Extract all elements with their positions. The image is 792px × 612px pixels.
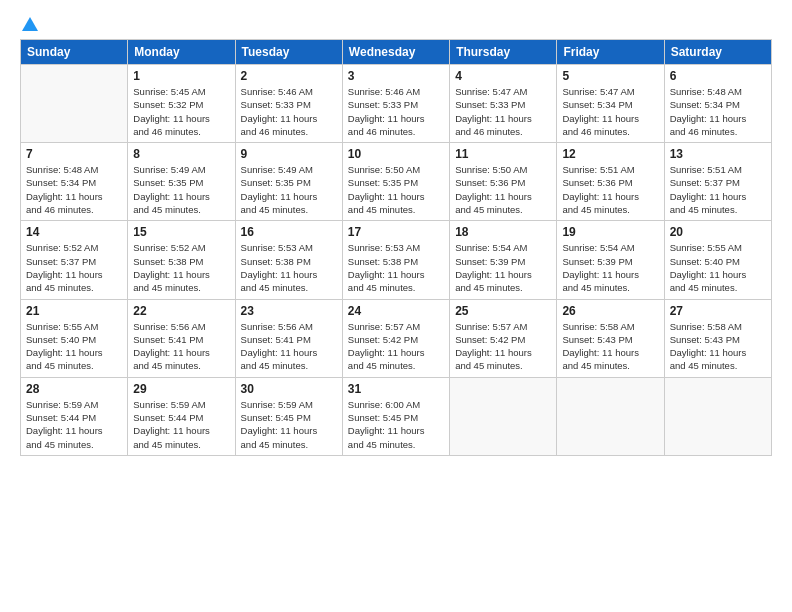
weekday-header-friday: Friday	[557, 40, 664, 65]
day-info: Sunrise: 5:52 AM Sunset: 5:38 PM Dayligh…	[133, 241, 229, 294]
day-info: Sunrise: 5:50 AM Sunset: 5:36 PM Dayligh…	[455, 163, 551, 216]
week-row-4: 21Sunrise: 5:55 AM Sunset: 5:40 PM Dayli…	[21, 299, 772, 377]
day-info: Sunrise: 5:52 AM Sunset: 5:37 PM Dayligh…	[26, 241, 122, 294]
day-number: 10	[348, 147, 444, 161]
calendar-cell: 11Sunrise: 5:50 AM Sunset: 5:36 PM Dayli…	[450, 143, 557, 221]
weekday-header-thursday: Thursday	[450, 40, 557, 65]
week-row-1: 1Sunrise: 5:45 AM Sunset: 5:32 PM Daylig…	[21, 65, 772, 143]
calendar-cell: 28Sunrise: 5:59 AM Sunset: 5:44 PM Dayli…	[21, 377, 128, 455]
day-number: 11	[455, 147, 551, 161]
week-row-3: 14Sunrise: 5:52 AM Sunset: 5:37 PM Dayli…	[21, 221, 772, 299]
day-number: 31	[348, 382, 444, 396]
header	[20, 15, 772, 29]
calendar-cell: 10Sunrise: 5:50 AM Sunset: 5:35 PM Dayli…	[342, 143, 449, 221]
day-number: 22	[133, 304, 229, 318]
day-number: 25	[455, 304, 551, 318]
page: SundayMondayTuesdayWednesdayThursdayFrid…	[0, 0, 792, 612]
calendar-cell	[664, 377, 771, 455]
day-number: 29	[133, 382, 229, 396]
calendar-cell: 31Sunrise: 6:00 AM Sunset: 5:45 PM Dayli…	[342, 377, 449, 455]
weekday-header-tuesday: Tuesday	[235, 40, 342, 65]
day-number: 13	[670, 147, 766, 161]
day-info: Sunrise: 5:59 AM Sunset: 5:44 PM Dayligh…	[26, 398, 122, 451]
day-number: 17	[348, 225, 444, 239]
calendar-cell: 26Sunrise: 5:58 AM Sunset: 5:43 PM Dayli…	[557, 299, 664, 377]
calendar-cell: 12Sunrise: 5:51 AM Sunset: 5:36 PM Dayli…	[557, 143, 664, 221]
day-info: Sunrise: 5:54 AM Sunset: 5:39 PM Dayligh…	[455, 241, 551, 294]
calendar-cell: 27Sunrise: 5:58 AM Sunset: 5:43 PM Dayli…	[664, 299, 771, 377]
calendar-cell: 16Sunrise: 5:53 AM Sunset: 5:38 PM Dayli…	[235, 221, 342, 299]
svg-marker-0	[22, 17, 38, 31]
day-number: 20	[670, 225, 766, 239]
calendar-cell: 7Sunrise: 5:48 AM Sunset: 5:34 PM Daylig…	[21, 143, 128, 221]
calendar-cell	[450, 377, 557, 455]
day-number: 5	[562, 69, 658, 83]
calendar-cell: 29Sunrise: 5:59 AM Sunset: 5:44 PM Dayli…	[128, 377, 235, 455]
day-info: Sunrise: 5:59 AM Sunset: 5:45 PM Dayligh…	[241, 398, 337, 451]
weekday-header-monday: Monday	[128, 40, 235, 65]
day-number: 19	[562, 225, 658, 239]
calendar-cell: 3Sunrise: 5:46 AM Sunset: 5:33 PM Daylig…	[342, 65, 449, 143]
calendar-cell: 21Sunrise: 5:55 AM Sunset: 5:40 PM Dayli…	[21, 299, 128, 377]
weekday-header-row: SundayMondayTuesdayWednesdayThursdayFrid…	[21, 40, 772, 65]
day-info: Sunrise: 5:56 AM Sunset: 5:41 PM Dayligh…	[241, 320, 337, 373]
calendar-cell: 9Sunrise: 5:49 AM Sunset: 5:35 PM Daylig…	[235, 143, 342, 221]
calendar-cell: 20Sunrise: 5:55 AM Sunset: 5:40 PM Dayli…	[664, 221, 771, 299]
day-number: 26	[562, 304, 658, 318]
day-info: Sunrise: 5:51 AM Sunset: 5:37 PM Dayligh…	[670, 163, 766, 216]
day-number: 28	[26, 382, 122, 396]
day-number: 18	[455, 225, 551, 239]
calendar-cell: 22Sunrise: 5:56 AM Sunset: 5:41 PM Dayli…	[128, 299, 235, 377]
weekday-header-saturday: Saturday	[664, 40, 771, 65]
day-number: 21	[26, 304, 122, 318]
day-info: Sunrise: 5:47 AM Sunset: 5:33 PM Dayligh…	[455, 85, 551, 138]
day-number: 14	[26, 225, 122, 239]
day-number: 4	[455, 69, 551, 83]
day-number: 2	[241, 69, 337, 83]
calendar-cell: 19Sunrise: 5:54 AM Sunset: 5:39 PM Dayli…	[557, 221, 664, 299]
day-number: 1	[133, 69, 229, 83]
week-row-2: 7Sunrise: 5:48 AM Sunset: 5:34 PM Daylig…	[21, 143, 772, 221]
day-info: Sunrise: 5:53 AM Sunset: 5:38 PM Dayligh…	[348, 241, 444, 294]
day-info: Sunrise: 5:58 AM Sunset: 5:43 PM Dayligh…	[670, 320, 766, 373]
day-info: Sunrise: 5:57 AM Sunset: 5:42 PM Dayligh…	[348, 320, 444, 373]
calendar-cell: 8Sunrise: 5:49 AM Sunset: 5:35 PM Daylig…	[128, 143, 235, 221]
calendar-cell: 15Sunrise: 5:52 AM Sunset: 5:38 PM Dayli…	[128, 221, 235, 299]
calendar-cell: 14Sunrise: 5:52 AM Sunset: 5:37 PM Dayli…	[21, 221, 128, 299]
day-number: 27	[670, 304, 766, 318]
logo-icon	[21, 15, 39, 33]
logo	[20, 15, 40, 29]
day-info: Sunrise: 5:55 AM Sunset: 5:40 PM Dayligh…	[670, 241, 766, 294]
day-info: Sunrise: 5:48 AM Sunset: 5:34 PM Dayligh…	[26, 163, 122, 216]
calendar-table: SundayMondayTuesdayWednesdayThursdayFrid…	[20, 39, 772, 456]
weekday-header-sunday: Sunday	[21, 40, 128, 65]
calendar-cell: 30Sunrise: 5:59 AM Sunset: 5:45 PM Dayli…	[235, 377, 342, 455]
calendar-cell: 13Sunrise: 5:51 AM Sunset: 5:37 PM Dayli…	[664, 143, 771, 221]
day-number: 24	[348, 304, 444, 318]
calendar-cell: 17Sunrise: 5:53 AM Sunset: 5:38 PM Dayli…	[342, 221, 449, 299]
week-row-5: 28Sunrise: 5:59 AM Sunset: 5:44 PM Dayli…	[21, 377, 772, 455]
day-number: 7	[26, 147, 122, 161]
calendar-cell: 5Sunrise: 5:47 AM Sunset: 5:34 PM Daylig…	[557, 65, 664, 143]
calendar-cell	[21, 65, 128, 143]
day-info: Sunrise: 5:49 AM Sunset: 5:35 PM Dayligh…	[241, 163, 337, 216]
day-info: Sunrise: 5:45 AM Sunset: 5:32 PM Dayligh…	[133, 85, 229, 138]
calendar-cell: 1Sunrise: 5:45 AM Sunset: 5:32 PM Daylig…	[128, 65, 235, 143]
day-info: Sunrise: 5:55 AM Sunset: 5:40 PM Dayligh…	[26, 320, 122, 373]
calendar-cell: 25Sunrise: 5:57 AM Sunset: 5:42 PM Dayli…	[450, 299, 557, 377]
calendar-cell: 6Sunrise: 5:48 AM Sunset: 5:34 PM Daylig…	[664, 65, 771, 143]
day-number: 9	[241, 147, 337, 161]
day-info: Sunrise: 5:51 AM Sunset: 5:36 PM Dayligh…	[562, 163, 658, 216]
day-info: Sunrise: 5:59 AM Sunset: 5:44 PM Dayligh…	[133, 398, 229, 451]
day-info: Sunrise: 5:49 AM Sunset: 5:35 PM Dayligh…	[133, 163, 229, 216]
calendar-cell	[557, 377, 664, 455]
day-number: 6	[670, 69, 766, 83]
calendar-cell: 4Sunrise: 5:47 AM Sunset: 5:33 PM Daylig…	[450, 65, 557, 143]
calendar-cell: 18Sunrise: 5:54 AM Sunset: 5:39 PM Dayli…	[450, 221, 557, 299]
day-number: 16	[241, 225, 337, 239]
day-info: Sunrise: 5:46 AM Sunset: 5:33 PM Dayligh…	[241, 85, 337, 138]
day-number: 12	[562, 147, 658, 161]
day-info: Sunrise: 6:00 AM Sunset: 5:45 PM Dayligh…	[348, 398, 444, 451]
day-info: Sunrise: 5:56 AM Sunset: 5:41 PM Dayligh…	[133, 320, 229, 373]
day-info: Sunrise: 5:50 AM Sunset: 5:35 PM Dayligh…	[348, 163, 444, 216]
